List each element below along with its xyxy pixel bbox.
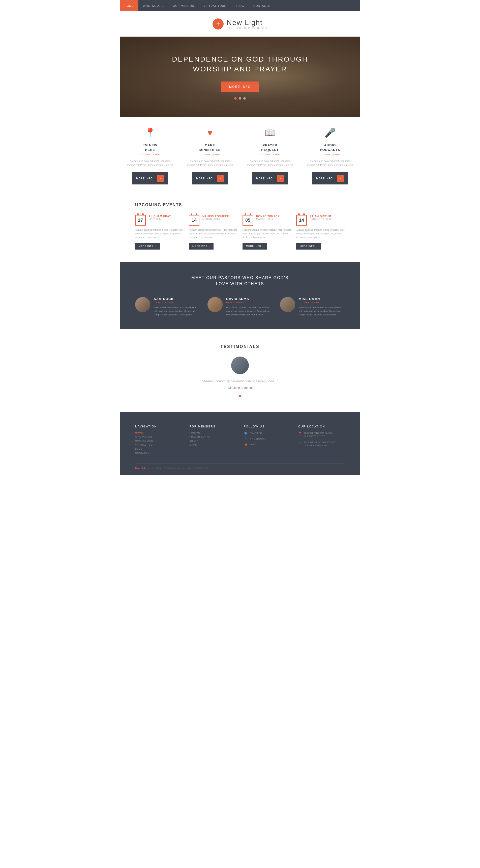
testimonial-avatar (231, 356, 249, 374)
footer-facebook-link[interactable]: f FACEBOOK (244, 437, 291, 440)
book-icon: 📖 (246, 127, 294, 138)
hero-dot-1[interactable] (234, 97, 237, 100)
event-desc-3: Aliquam dapibus tincidunt metus. Praesen… (296, 228, 345, 239)
event-desc-2: Aliquam dapibus tincidunt metus. Praesen… (242, 228, 291, 239)
service-card-new-here: 📍 I'M NEWHERE DOLORE IPSUM Lorem ipsum d… (120, 117, 180, 189)
event-date-row-2: 05 DONEC TEMPOR MARCH, 2013 (242, 215, 291, 225)
event-arrow-0: › (155, 245, 156, 248)
microphone-icon: 🎤 (306, 127, 354, 138)
logo-subtitle: FELLOWSHIP CHURCH (227, 27, 267, 30)
event-arrow-3: › (316, 245, 317, 248)
address-pin-icon: 📍 (298, 432, 302, 435)
footer-location-title: OUR LOCATION (298, 425, 345, 428)
event-meta-1: MAURIS POSUERE MARCH, 2013 (202, 215, 238, 220)
location-pin-icon: 📍 (126, 127, 174, 138)
footer-grid: NAVIGATION HOME WHO WE ARE OUR MISSION V… (135, 425, 345, 456)
pastors-title: MEET OUR PASTORS WHO SHARE GOD'SLOVE WIT… (135, 275, 345, 287)
service-btn-2[interactable]: MORE INFO › (252, 172, 288, 184)
nav-virtual-tour[interactable]: VIRTUAL TOUR (199, 0, 231, 11)
pastor-desc-2: Nulla facilisi. Aenean nec arcu. Vestibu… (299, 306, 345, 317)
nav-who-we-are[interactable]: WHO WE ARE (138, 0, 168, 11)
logo-title: New Light (227, 19, 267, 27)
testimonial-dot-1[interactable] (239, 395, 241, 397)
pastors-section: MEET OUR PASTORS WHO SHARE GOD'SLOVE WIT… (120, 262, 360, 329)
events-section: UPCOMING EVENTS › 27 ALIQUAM ERAT MAY, 2… (120, 189, 360, 262)
footer-nav-blog[interactable]: BLOG (135, 447, 182, 450)
footer-col-social: FOLLOW US 🐦 TWITTER f FACEBOOK ◉ RSS (244, 425, 291, 456)
pastor-info-0: SAM ROCK UT UT ORNARE Nulla facilisi. Ae… (154, 297, 200, 317)
nav-blog[interactable]: BLOG (231, 0, 249, 11)
footer-nav-home[interactable]: HOME (135, 432, 182, 434)
event-month-3: FEBRUARY, 2013 (310, 218, 345, 220)
event-arrow-1: › (209, 245, 210, 248)
service-card-audio: 🎤 AUDIOPODCASTS DOLORE IPSUM Lorem ipsum… (300, 117, 360, 189)
pastor-role-0: UT UT ORNARE (154, 301, 200, 304)
nav-contacts[interactable]: CONTACTS (249, 0, 275, 11)
footer-social-title: FOLLOW US (244, 425, 291, 428)
events-next-chevron[interactable]: › (343, 202, 345, 208)
event-desc-0: Aliquam dapibus tincidunt metus. Praesen… (135, 228, 184, 239)
footer-rss-link[interactable]: ◉ RSS (244, 442, 291, 446)
footer-nav-virtual[interactable]: VIRTUAL TOUR (135, 443, 182, 446)
event-btn-3[interactable]: MORE INFO › (296, 243, 321, 250)
footer-copyright: 2013 FELLOWSHIP CHURCH ALL RIGHTS RESERV… (151, 467, 209, 470)
nav-home[interactable]: HOME (120, 0, 138, 11)
service-text-1: Lorem ipsum dolor sit amet, consectur ad… (186, 159, 234, 167)
rss-icon: ◉ (244, 442, 248, 446)
event-card-0: 27 ALIQUAM ERAT MAY, 2014 Aliquam dapibu… (135, 215, 184, 249)
testimonials-section: TESTIMONIALS "Aenean nonummy hendrerit m… (120, 329, 360, 412)
hero-dots (172, 97, 308, 100)
footer-nav-contacts[interactable]: CONTACTS (135, 452, 182, 454)
pastor-role-2: DOLORE IPSUM (299, 301, 345, 304)
service-btn-0[interactable]: MORE INFO › (132, 172, 168, 184)
event-date-2: 05 (242, 215, 253, 225)
testimonial-dots (130, 395, 350, 397)
pastor-avatar-1 (207, 297, 222, 312)
pastor-card-2: MIKE OMAN DOLORE IPSUM Nulla facilisi. A… (280, 297, 345, 317)
hero-headline: DEPENDENCE ON GOD THROUGH WORSHIP AND PR… (172, 54, 308, 74)
footer-members-maps[interactable]: MAPS (190, 443, 237, 446)
footer-twitter-link[interactable]: 🐦 TWITTER (244, 432, 291, 435)
logo: + New Light FELLOWSHIP CHURCH (212, 19, 267, 30)
footer-members-prayer[interactable]: PRAYER BOARD (190, 435, 237, 438)
footer-members-biblfa[interactable]: BIBLFA (190, 439, 237, 442)
footer-members-title: FOR MEMBERS (190, 425, 237, 428)
event-desc-1: Aliquam dapibus tincidunt metus. Praesen… (189, 228, 238, 239)
hero-dot-3[interactable] (243, 97, 246, 100)
pastor-info-1: DAVID SUMS NAM VIVERRA Nulla facilisi. A… (226, 297, 272, 317)
event-btn-2[interactable]: MORE INFO › (242, 243, 267, 250)
event-meta-0: ALIQUAM ERAT MAY, 2014 (149, 215, 184, 220)
service-subtitle-2: DOLORE IPSUM (246, 153, 294, 156)
nav-our-mission[interactable]: OUR MISSION (168, 0, 199, 11)
service-btn-3[interactable]: MORE INFO › (312, 172, 348, 184)
event-btn-0[interactable]: MORE INFO › (135, 243, 160, 250)
testimonial-author: - Mr. John Anderson (130, 386, 350, 390)
pastor-info-2: MIKE OMAN DOLORE IPSUM Nulla facilisi. A… (299, 297, 345, 317)
arrow-icon-2: › (277, 175, 284, 182)
event-name-3: ETIAM DICTUM (310, 215, 345, 218)
footer-nav-mission[interactable]: OUR MISSION (135, 439, 182, 442)
arrow-icon-3: › (337, 175, 344, 182)
heart-icon: ♥ (186, 127, 234, 138)
event-name-1: MAURIS POSUERE (202, 215, 238, 218)
footer-col-navigation: NAVIGATION HOME WHO WE ARE OUR MISSION V… (135, 425, 182, 456)
service-btn-1[interactable]: MORE INFO › (192, 172, 228, 184)
event-month-1: MARCH, 2013 (202, 218, 238, 220)
event-date-row-1: 14 MAURIS POSUERE MARCH, 2013 (189, 215, 238, 225)
event-date-0: 27 (135, 215, 146, 225)
twitter-icon: 🐦 (244, 432, 248, 435)
events-grid: 27 ALIQUAM ERAT MAY, 2014 Aliquam dapibu… (135, 215, 345, 249)
hero-cta-button[interactable]: MORE INFO (221, 82, 259, 92)
site-header: + New Light FELLOWSHIP CHURCH (120, 11, 360, 37)
testimonials-title: TESTIMONIALS (130, 344, 350, 349)
pastor-name-0: SAM ROCK (154, 297, 200, 301)
arrow-icon-1: › (217, 175, 224, 182)
event-month-0: MAY, 2014 (149, 218, 184, 220)
footer-nav-title: NAVIGATION (135, 425, 182, 428)
hero-dot-2[interactable] (239, 97, 241, 100)
event-btn-1[interactable]: MORE INFO › (189, 243, 213, 250)
phone-icon: 📞 (298, 441, 302, 444)
service-title-2: PRAYERREQUEST (246, 143, 294, 152)
footer-members-forums[interactable]: FORUMS (190, 432, 237, 434)
footer-nav-who[interactable]: WHO WE ARE (135, 435, 182, 438)
